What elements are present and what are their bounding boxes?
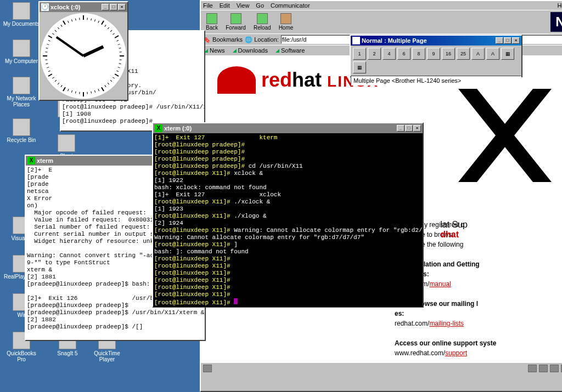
hour-hand — [83, 45, 104, 57]
page-text: Access our online support syste — [395, 339, 496, 347]
desktop-icon-my-documents[interactable]: My Documents — [2, 2, 41, 27]
reload-button[interactable]: Reload — [250, 12, 274, 32]
titlebar[interactable]: 🕐 xclock (:0) _ □ × — [40, 2, 127, 12]
window-title: xterm (:0) — [164, 125, 192, 132]
close-button[interactable]: × — [118, 4, 126, 10]
icon-label: My Network Places — [2, 95, 41, 107]
maximize-button[interactable]: □ — [504, 37, 512, 44]
print-option-3[interactable]: ▦ — [353, 61, 366, 73]
status-icon — [528, 365, 537, 372]
menu-view[interactable]: View — [237, 2, 250, 9]
xclock-icon: 🕐 — [41, 3, 49, 11]
forward-icon — [231, 13, 241, 24]
print-option-0[interactable]: A — [471, 48, 485, 60]
print-status: Multiple Page <Brother HL-1240 series> — [351, 76, 521, 86]
print-layout-toolbar: 1246891625AA▦▦ — [351, 46, 521, 76]
browser-toolbar: Back Forward Reload Home N — [201, 10, 562, 33]
terminal-output[interactable]: [1]+ Exit 127 kterm[root@linuxdeep prade… — [153, 133, 423, 307]
linkbar-software[interactable]: Software — [276, 47, 305, 54]
manual-link[interactable]: manual — [429, 280, 451, 288]
maximize-button[interactable]: □ — [405, 125, 413, 132]
maximize-button[interactable]: □ — [110, 4, 117, 10]
print-layout-1[interactable]: 1 — [353, 48, 366, 60]
mailing-lists-link[interactable]: mailing-lists — [429, 320, 464, 327]
back-icon — [206, 13, 217, 24]
xterm-icon: X — [155, 124, 162, 132]
xterm-window-black[interactable]: X xterm (:0) _ □ × [1]+ Exit 127 kterm[r… — [152, 122, 424, 308]
sidebar-redhat: dhat — [440, 230, 468, 240]
folder-icon — [13, 2, 30, 20]
titlebar[interactable]: 🖨 Normal : Multiple Page _ □ × — [351, 36, 521, 46]
icon-label: Recycle Bin — [2, 137, 41, 143]
titlebar[interactable]: X xterm (:0) _ □ × — [153, 123, 423, 133]
clock-face — [41, 13, 126, 99]
minimize-button[interactable]: _ — [496, 37, 503, 44]
icon-label: My Computer — [2, 58, 41, 64]
print-layout-25[interactable]: 25 — [457, 48, 470, 60]
menu-go[interactable]: Go — [256, 2, 264, 9]
folder-icon — [13, 39, 30, 57]
home-icon — [280, 13, 291, 24]
linkbar-downloads[interactable]: Downloads — [233, 47, 268, 54]
status-lock-icon — [203, 365, 212, 372]
xterm-icon: X — [27, 157, 35, 164]
desktop-icon-my-network-places[interactable]: My Network Places — [2, 77, 41, 107]
back-button[interactable]: Back — [203, 12, 221, 32]
menu-help[interactable]: Help — [557, 2, 562, 9]
desktop-icon-recycle-bin[interactable]: Recycle Bin — [2, 118, 41, 143]
close-button[interactable]: × — [512, 37, 520, 44]
print-layout-6[interactable]: 6 — [397, 48, 411, 60]
support-link[interactable]: support — [445, 349, 467, 357]
print-layout-16[interactable]: 16 — [442, 48, 455, 60]
print-option-1[interactable]: A — [486, 48, 499, 60]
minimize-button[interactable]: _ — [397, 125, 404, 132]
print-layout-9[interactable]: 9 — [427, 48, 440, 60]
xlogo-window[interactable] — [458, 89, 552, 182]
folder-icon — [58, 134, 75, 152]
folder-icon — [13, 77, 30, 94]
icon-label: My Documents — [2, 21, 41, 27]
reload-icon — [257, 13, 268, 24]
status-icon — [550, 365, 559, 372]
folder-icon — [13, 118, 30, 136]
sidebar-text: lat Sup — [440, 220, 468, 230]
close-button[interactable]: × — [413, 125, 421, 132]
minute-hand — [56, 36, 84, 57]
menu-file[interactable]: File — [203, 2, 213, 9]
window-title: xclock (:0) — [50, 4, 80, 10]
print-option-2[interactable]: ▦ — [501, 48, 514, 60]
desktop-icon-my-computer[interactable]: My Computer — [2, 39, 41, 64]
print-layout-4[interactable]: 4 — [383, 48, 396, 60]
bookmarks-button[interactable]: 🔖 Bookmarks — [203, 36, 243, 43]
status-icon — [539, 365, 548, 372]
window-title: xterm — [37, 157, 53, 164]
linkbar-news[interactable]: News — [204, 47, 225, 54]
netscape-n-logo: N — [550, 12, 562, 32]
print-layout-8[interactable]: 8 — [412, 48, 425, 60]
home-button[interactable]: Home — [276, 12, 297, 32]
menu-edit[interactable]: Edit — [220, 2, 230, 9]
menu-communicator[interactable]: Communicator — [271, 2, 310, 9]
printer-icon: 🖨 — [352, 37, 360, 44]
location-label: 🌐 Location: — [245, 36, 279, 43]
redhat-hat-icon — [217, 66, 256, 94]
print-dialog-window[interactable]: 🖨 Normal : Multiple Page _ □ × 124689162… — [350, 35, 522, 77]
icon-label: SnagIt 5 — [48, 350, 87, 356]
browser-menubar: File Edit View Go Communicator Help — [201, 1, 562, 10]
xclock-window[interactable]: 🕐 xclock (:0) _ □ × — [38, 1, 128, 101]
print-layout-2[interactable]: 2 — [368, 48, 381, 60]
forward-button[interactable]: Forward — [222, 12, 249, 32]
browser-statusbar — [201, 362, 562, 373]
icon-label: QuickBooks Pro — [2, 350, 41, 362]
minimize-button[interactable]: _ — [102, 4, 109, 10]
window-title: Normal : Multiple Page — [362, 37, 427, 44]
icon-label: QuickTime Player — [88, 350, 126, 362]
